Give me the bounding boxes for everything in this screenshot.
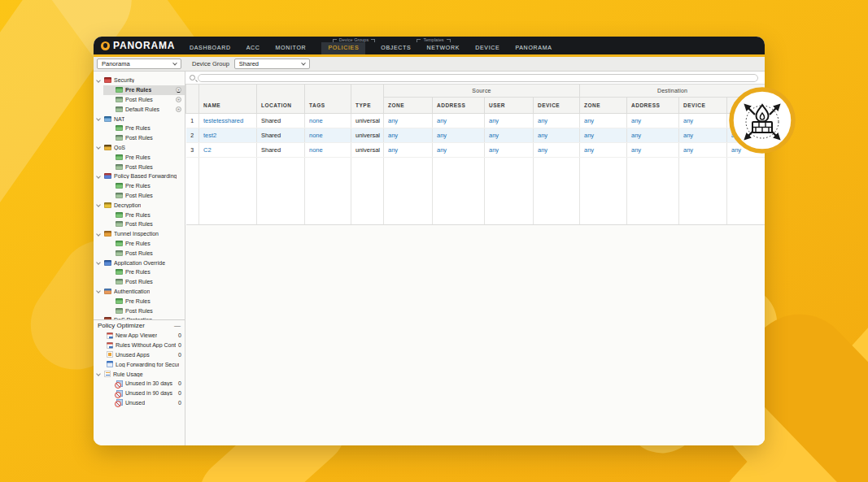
rule-tags-link[interactable]: none [309, 117, 323, 124]
top-navigation-bar: PANORAMA DASHBOARDACCMONITORPOLICIESOBJE… [94, 37, 765, 54]
col-header-name[interactable]: NAME [199, 85, 257, 114]
tab-panorama[interactable]: PANORAMA [515, 42, 552, 54]
tab-policies[interactable]: POLICIES [321, 42, 365, 54]
rule-tags-link[interactable]: none [309, 132, 323, 139]
tree-section-application-override[interactable]: Application Override [94, 258, 185, 267]
any-link[interactable]: any [683, 117, 693, 124]
sidebar: SecurityPre Rules+Post Rules+Default Rul… [94, 72, 185, 445]
any-link[interactable]: any [538, 146, 547, 154]
any-link[interactable]: any [631, 146, 641, 154]
tree-item-authentication-pre-rules[interactable]: Pre Rules [94, 296, 185, 306]
context-select[interactable]: Panorama [97, 59, 181, 69]
any-link[interactable]: any [388, 132, 398, 139]
any-link[interactable]: any [489, 132, 499, 139]
collapse-icon[interactable]: — [174, 322, 181, 329]
tree-item-tunnel-inspection-post-rules[interactable]: Post Rules [94, 248, 185, 258]
any-link[interactable]: any [631, 132, 641, 139]
tree-item-security-post-rules[interactable]: Post Rules+ [94, 95, 185, 105]
tree-item-application-override-post-rules[interactable]: Post Rules [94, 277, 185, 287]
security-icon [104, 77, 111, 83]
po-item-log-forwarding-for-security-ser[interactable]: Log Forwarding for Security Ser [94, 359, 185, 369]
chevron-down-icon [301, 60, 306, 65]
any-link[interactable]: any [437, 132, 447, 139]
add-rule-icon[interactable]: + [176, 97, 181, 102]
col-header-source-user[interactable]: USER [485, 98, 534, 114]
tree-item-qos-post-rules[interactable]: Post Rules [94, 162, 185, 172]
col-header-tags[interactable]: TAGS [305, 85, 351, 114]
tab-dashboard[interactable]: DASHBOARD [190, 42, 231, 54]
rules-table: NAMELOCATIONTAGSTYPESourceDestinationZON… [185, 84, 765, 225]
any-link[interactable]: any [489, 117, 499, 124]
col-header-location[interactable]: LOCATION [257, 85, 305, 114]
tree-section-authentication[interactable]: Authentication [94, 287, 185, 297]
col-header-destination-address[interactable]: ADDRESS [627, 98, 679, 114]
po-item-unused-in-90-days[interactable]: Unused in 90 days0 [94, 389, 185, 398]
rule-name-link[interactable]: C2 [203, 146, 212, 154]
tree-item-policy-based-forwarding-post-rules[interactable]: Post Rules [94, 191, 185, 201]
rule-name-link[interactable]: test2 [203, 132, 216, 139]
tree-section-qos[interactable]: QoS [94, 143, 185, 153]
tree-section-decryption[interactable]: Decryption [94, 200, 185, 210]
any-link[interactable]: any [388, 117, 398, 124]
rule-type: universal [355, 117, 380, 124]
tab-monitor[interactable]: MONITOR [276, 42, 307, 54]
tree-section-tunnel-inspection[interactable]: Tunnel Inspection [94, 229, 185, 239]
tree-item-application-override-pre-rules[interactable]: Pre Rules [94, 267, 185, 277]
tree-item-label: Pre Rules [125, 298, 150, 304]
tree-section-security[interactable]: Security [94, 76, 185, 85]
any-link[interactable]: any [437, 146, 447, 154]
pre-icon [116, 269, 123, 275]
col-header-destination-device[interactable]: DEVICE [679, 98, 727, 114]
tree-item-qos-pre-rules[interactable]: Pre Rules [94, 152, 185, 162]
col-header-destination-zone[interactable]: ZONE [580, 98, 627, 114]
tree-item-security-pre-rules[interactable]: Pre Rules+ [103, 85, 185, 95]
po-item-unused-in-30-days[interactable]: Unused in 30 days0 [94, 379, 185, 389]
tab-device[interactable]: DEVICE [475, 42, 499, 54]
tree-section-nat[interactable]: NAT [94, 114, 185, 124]
add-rule-icon[interactable]: + [176, 87, 181, 93]
table-filler-cell [257, 158, 305, 225]
rule-name-link[interactable]: testetesshared [203, 117, 243, 124]
col-header-source-device[interactable]: DEVICE [534, 98, 580, 114]
any-link[interactable]: any [538, 132, 547, 139]
any-link[interactable]: any [437, 117, 447, 124]
any-link[interactable]: any [631, 117, 641, 124]
tab-acc[interactable]: ACC [246, 42, 260, 54]
po-item-rules-without-app-controls[interactable]: Rules Without App Controls0 [94, 341, 185, 350]
tab-network[interactable]: NETWORK [426, 42, 460, 54]
pre-icon [116, 212, 123, 218]
any-link[interactable]: any [584, 132, 594, 139]
any-link[interactable]: any [683, 132, 693, 139]
tree-item-security-default-rules[interactable]: Default Rules+ [94, 104, 185, 114]
search-input[interactable] [198, 74, 758, 82]
any-link[interactable]: any [538, 117, 547, 124]
col-header-type[interactable]: TYPE [351, 85, 384, 114]
po-item-unused-apps[interactable]: Unused Apps0 [94, 350, 185, 360]
tree-item-decryption-post-rules[interactable]: Post Rules [94, 219, 185, 229]
tab-objects[interactable]: OBJECTS [381, 42, 411, 54]
tree-item-policy-based-forwarding-pre-rules[interactable]: Pre Rules [94, 181, 185, 191]
tree-item-nat-pre-rules[interactable]: Pre Rules [94, 124, 185, 133]
po-item-count: 0 [178, 332, 181, 338]
col-header-source-zone[interactable]: ZONE [384, 98, 433, 114]
any-link[interactable]: any [584, 146, 594, 154]
tree-item-tunnel-inspection-pre-rules[interactable]: Pre Rules [94, 239, 185, 249]
add-rule-icon[interactable]: + [176, 106, 181, 112]
any-link[interactable]: any [683, 146, 693, 154]
tree-item-decryption-pre-rules[interactable]: Pre Rules [94, 210, 185, 219]
po-item-rule-usage[interactable]: Rule Usage [94, 369, 185, 379]
tree-item-nat-post-rules[interactable]: Post Rules [94, 133, 185, 143]
search-icon [190, 75, 195, 80]
device-group-select[interactable]: Shared [234, 59, 310, 69]
any-link[interactable]: any [388, 146, 398, 154]
rule-tags-link[interactable]: none [309, 146, 323, 154]
po-item-label: Log Forwarding for Security Ser [116, 362, 179, 367]
any-link[interactable]: any [489, 146, 499, 154]
po-item-unused[interactable]: Unused0 [94, 398, 185, 408]
any-link[interactable]: any [584, 117, 594, 124]
tree-section-policy-based-forwarding[interactable]: Policy Based Forwarding [94, 172, 185, 181]
col-header-source-address[interactable]: ADDRESS [433, 98, 485, 114]
po-item-new-app-viewer[interactable]: New App Viewer0 [94, 331, 185, 341]
tree-item-authentication-post-rules[interactable]: Post Rules [94, 306, 185, 315]
log-forwarding-icon [107, 361, 113, 367]
